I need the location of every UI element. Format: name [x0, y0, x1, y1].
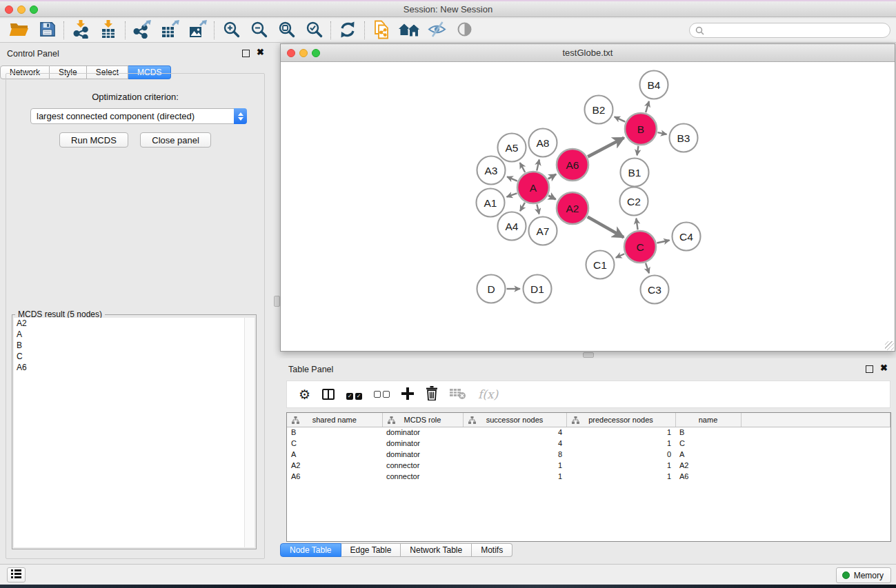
hide-panel-button[interactable]	[423, 20, 450, 41]
criterion-select[interactable]: largest connected component (directed)	[30, 108, 247, 124]
column-header-predecessor-nodes[interactable]: predecessor nodes	[566, 413, 675, 427]
graph-node-A[interactable]: A	[517, 172, 549, 203]
add-column-button[interactable]	[401, 384, 414, 405]
result-scrollbar[interactable]	[244, 318, 255, 547]
refresh-button[interactable]	[334, 20, 361, 41]
export-table-button[interactable]	[156, 20, 183, 41]
graph-edge-B-B1[interactable]	[637, 146, 639, 156]
graph-edge-A-A3[interactable]	[507, 176, 517, 181]
function-builder-button[interactable]: f(x)	[478, 384, 498, 405]
column-header-shared-name[interactable]: shared name	[287, 413, 382, 427]
float-table-panel-icon[interactable]	[866, 365, 873, 373]
graph-edge-B-B2[interactable]	[615, 116, 626, 121]
graph-node-A3[interactable]: A3	[477, 156, 506, 185]
zoom-selected-button[interactable]	[300, 20, 328, 41]
graph-edge-B-B3[interactable]	[657, 132, 666, 134]
graph-edge-A6-B[interactable]	[588, 138, 624, 157]
tab-node-table[interactable]: Node Table	[280, 543, 341, 557]
column-header-successor-nodes[interactable]: successor nodes	[463, 413, 566, 427]
graph-node-A5[interactable]: A5	[498, 134, 526, 162]
table-cell[interactable]: 1	[566, 438, 675, 449]
graph-node-A4[interactable]: A4	[498, 212, 526, 241]
column-header-MCDS-role[interactable]: MCDS role	[382, 413, 463, 427]
table-row[interactable]: Bdominator41B	[287, 427, 890, 438]
mcds-result-item[interactable]: A	[14, 329, 244, 340]
graph-edge-A-A4[interactable]	[520, 203, 525, 211]
close-panel-icon[interactable]: ✖	[257, 48, 264, 57]
export-image-button[interactable]	[183, 20, 211, 41]
open-session-button[interactable]	[6, 20, 33, 41]
table-cell[interactable]: 0	[566, 449, 675, 460]
graph-node-C1[interactable]: C1	[586, 251, 615, 279]
graph-node-C4[interactable]: C4	[673, 223, 701, 251]
close-table-panel-icon[interactable]: ✖	[880, 363, 888, 372]
table-cell[interactable]: B	[675, 427, 741, 438]
table-cell[interactable]: A6	[675, 471, 741, 482]
delete-table-button[interactable]	[450, 384, 466, 405]
table-cell[interactable]: A	[287, 449, 382, 460]
graph-node-B4[interactable]: B4	[640, 71, 668, 99]
graph-edge-B-B4[interactable]	[646, 101, 649, 112]
graph-edge-A-A8[interactable]	[537, 159, 539, 170]
vertical-splitter-handle[interactable]	[274, 296, 280, 307]
graph-edge-C-C4[interactable]	[657, 240, 669, 243]
table-cell[interactable]: connector	[382, 460, 463, 471]
graph-node-A6[interactable]: A6	[557, 149, 588, 181]
table-cell[interactable]: C	[287, 438, 382, 449]
table-cell[interactable]: A6	[287, 471, 382, 482]
select-all-button[interactable]: ✓✓	[346, 384, 362, 405]
graph-node-B[interactable]: B	[625, 113, 657, 145]
table-cell[interactable]: 4	[463, 438, 566, 449]
column-visibility-button[interactable]	[322, 384, 335, 405]
import-table-button[interactable]	[94, 20, 122, 41]
graph-node-B3[interactable]: B3	[670, 124, 698, 152]
table-cell[interactable]: dominator	[382, 438, 463, 449]
search-input[interactable]	[708, 26, 884, 35]
duplicate-network-button[interactable]	[368, 20, 395, 41]
horizontal-splitter-handle[interactable]	[583, 352, 594, 358]
graph-edge-C-C1[interactable]	[616, 254, 624, 258]
table-cell[interactable]: A2	[675, 460, 741, 471]
graph-node-B1[interactable]: B1	[621, 159, 649, 187]
mcds-result-item[interactable]: A2	[14, 318, 244, 329]
graph-edge-A-A2[interactable]	[548, 196, 556, 200]
graph-edge-C-C2[interactable]	[636, 219, 637, 230]
table-cell[interactable]: 1	[566, 427, 675, 438]
mcds-result-item[interactable]: B	[14, 340, 244, 351]
graph-node-A8[interactable]: A8	[529, 129, 557, 157]
graph-node-A2[interactable]: A2	[557, 192, 588, 224]
float-panel-icon[interactable]	[242, 50, 250, 57]
table-cell[interactable]: 4	[463, 427, 566, 438]
graph-edge-A-A1[interactable]	[507, 193, 517, 196]
graph-node-C[interactable]: C	[624, 231, 656, 263]
run-mcds-button[interactable]: Run MCDS	[59, 132, 128, 148]
import-network-button[interactable]	[67, 20, 94, 41]
graph-edge-A-A7[interactable]	[537, 204, 539, 214]
table-cell[interactable]: A2	[287, 460, 382, 471]
table-row[interactable]: A6connector11A6	[287, 471, 890, 482]
graph-edge-A2-C[interactable]	[588, 216, 624, 237]
graph-node-A7[interactable]: A7	[529, 217, 557, 245]
graph-edge-A-A5[interactable]	[520, 163, 525, 172]
column-header-name[interactable]: name	[675, 413, 741, 427]
memory-button[interactable]: Memory	[836, 567, 891, 583]
graph-node-A1[interactable]: A1	[477, 189, 505, 217]
window-resize-grip[interactable]	[885, 341, 894, 350]
show-panel-button[interactable]	[450, 20, 478, 41]
table-cell[interactable]: 1	[463, 460, 566, 471]
close-panel-button[interactable]: Close panel	[140, 132, 211, 148]
save-session-button[interactable]	[33, 20, 61, 41]
table-cell[interactable]: A	[675, 449, 741, 460]
task-history-button[interactable]	[7, 567, 26, 582]
graph-node-B2[interactable]: B2	[585, 96, 613, 124]
graph-node-D[interactable]: D	[477, 275, 506, 303]
mcds-result-item[interactable]: C	[14, 351, 244, 362]
graph-edge-A-A6[interactable]	[548, 174, 557, 179]
graph-edge-C-C3[interactable]	[646, 263, 649, 274]
table-row[interactable]: Cdominator41C	[287, 438, 890, 449]
table-cell[interactable]: 8	[463, 449, 566, 460]
table-row[interactable]: Adominator80A	[287, 449, 890, 460]
table-cell[interactable]: C	[675, 438, 741, 449]
table-row[interactable]: A2connector11A2	[287, 460, 890, 471]
zoom-fit-button[interactable]	[272, 20, 300, 41]
